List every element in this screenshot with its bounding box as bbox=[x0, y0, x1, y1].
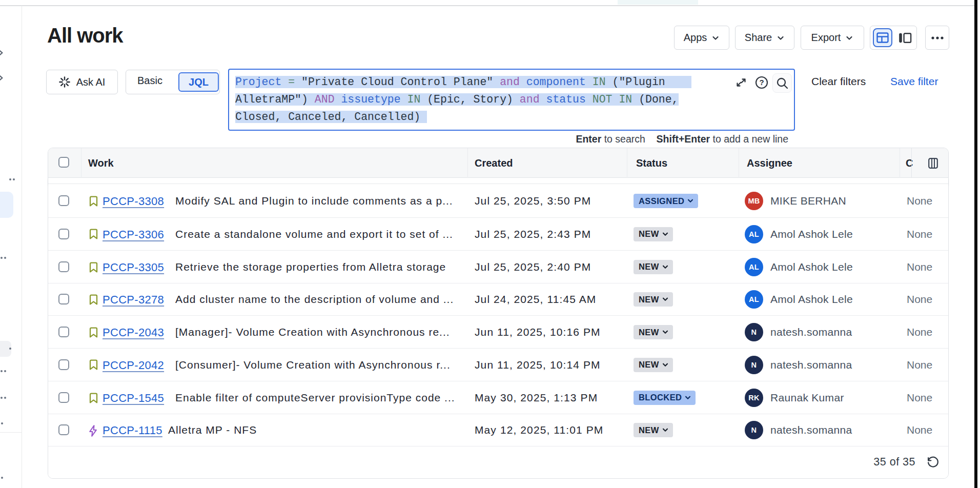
svg-text:?: ? bbox=[759, 78, 764, 87]
